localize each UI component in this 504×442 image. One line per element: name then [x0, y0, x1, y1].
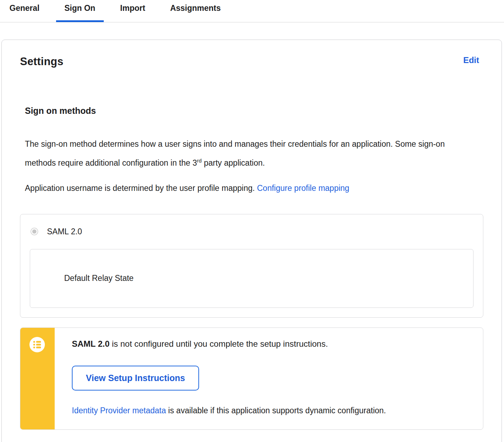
page-title: Settings: [20, 55, 63, 68]
default-relay-state-fieldset: Default Relay State: [30, 249, 474, 308]
app-tab-bar: General Sign On Import Assignments: [0, 0, 504, 22]
settings-card-header: Settings Edit: [20, 55, 483, 68]
saml-setup-warning-callout: SAML 2.0 is not configured until you com…: [20, 327, 483, 430]
edit-link[interactable]: Edit: [463, 55, 479, 65]
warning-message: SAML 2.0 is not configured until you com…: [72, 338, 469, 350]
identity-provider-metadata-link[interactable]: Identity Provider metadata: [72, 406, 166, 415]
tab-assignments[interactable]: Assignments: [162, 0, 229, 22]
configure-profile-mapping-link[interactable]: Configure profile mapping: [257, 184, 349, 193]
sign-on-methods-description: The sign-on method determines how a user…: [25, 136, 456, 171]
identity-provider-metadata-line: Identity Provider metadata is available …: [72, 406, 469, 415]
description-text-after: party application.: [202, 158, 265, 167]
saml-radio-row: SAML 2.0: [30, 227, 474, 236]
setup-instructions-list-icon: [29, 337, 45, 352]
username-note-text: Application username is determined by th…: [25, 184, 255, 193]
application-username-note: Application username is determined by th…: [25, 180, 483, 196]
settings-card: Settings Edit Sign on methods The sign-o…: [1, 40, 502, 442]
warning-message-method-name: SAML 2.0: [72, 339, 110, 348]
tab-import[interactable]: Import: [112, 0, 154, 22]
sign-on-methods-heading: Sign on methods: [25, 106, 483, 116]
metadata-line-text: is available if this application support…: [166, 406, 386, 415]
default-relay-state-label: Default Relay State: [64, 274, 134, 283]
tab-sign-on[interactable]: Sign On: [56, 0, 104, 22]
saml-method-box: SAML 2.0 Default Relay State: [20, 214, 483, 318]
saml-radio-button[interactable]: [30, 228, 38, 235]
tab-general[interactable]: General: [1, 0, 48, 22]
warning-message-text: is not configured until you complete the…: [110, 339, 328, 348]
view-setup-instructions-button[interactable]: View Setup Instructions: [72, 366, 199, 391]
ordinal-superscript: rd: [197, 158, 202, 164]
sign-on-methods-section: Sign on methods The sign-on method deter…: [20, 106, 483, 430]
saml-radio-label: SAML 2.0: [47, 227, 82, 236]
